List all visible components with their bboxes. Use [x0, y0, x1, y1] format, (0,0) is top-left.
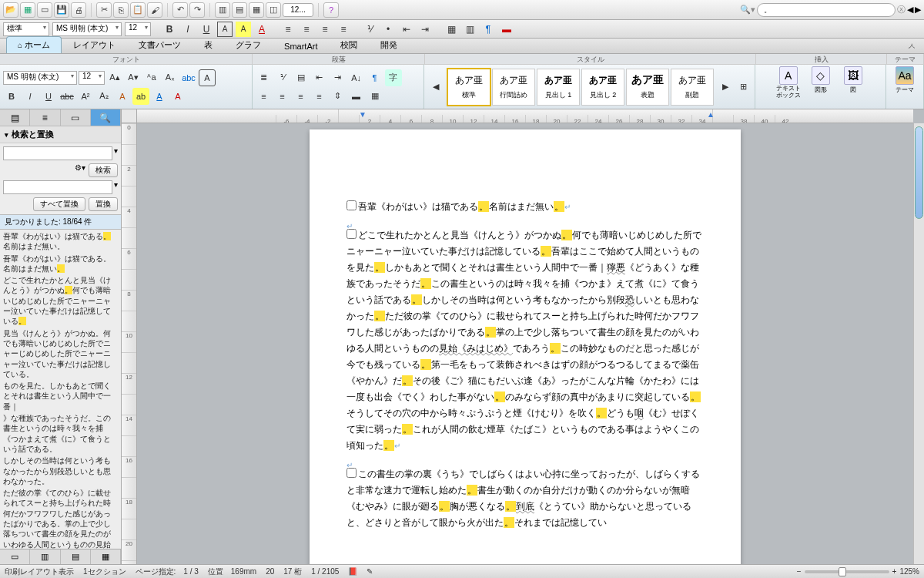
sort-icon[interactable]: A↓: [348, 69, 365, 86]
status-lang-icon[interactable]: 📕: [348, 567, 357, 576]
vertical-scrollbar[interactable]: [913, 123, 924, 564]
borders2-icon[interactable]: ▦: [367, 88, 383, 105]
find-replace-title[interactable]: 検索と置換: [0, 126, 121, 143]
styles-more-icon[interactable]: ⊞: [735, 79, 752, 96]
style-h2[interactable]: あア亜見出し 2: [581, 69, 624, 106]
side-view3-icon[interactable]: ▤: [61, 549, 91, 564]
insert-shape[interactable]: ◇図形: [805, 66, 836, 107]
underline-button[interactable]: U: [199, 22, 214, 37]
align-center-icon[interactable]: ≡: [299, 22, 314, 37]
next-icon[interactable]: ▶: [915, 5, 921, 15]
align-left-icon[interactable]: ≡: [280, 22, 296, 37]
font-dropdown[interactable]: MS 明朝 (本文): [52, 22, 122, 36]
char-box-icon[interactable]: A: [199, 69, 216, 86]
indent2-icon[interactable]: ⇥: [330, 69, 346, 86]
paste-icon[interactable]: 📋: [130, 2, 146, 18]
checkbox-p3[interactable]: [346, 468, 357, 478]
clear-format-icon[interactable]: Aₓ: [162, 69, 179, 86]
tab-home[interactable]: ⌂ホーム: [6, 36, 62, 53]
highlight2-icon[interactable]: ab: [132, 88, 149, 105]
style-dropdown[interactable]: 標準: [3, 22, 49, 36]
outdent-icon[interactable]: ⇤: [399, 22, 414, 37]
styles-next-icon[interactable]: ▶: [717, 79, 734, 96]
strike-icon[interactable]: abc: [59, 88, 75, 105]
font-color-button[interactable]: A: [254, 22, 270, 37]
shading2-icon[interactable]: ▬: [348, 88, 365, 105]
insert-textbox[interactable]: Aテキスト ボックス: [773, 66, 804, 107]
line-spacing-icon[interactable]: ⇕: [330, 88, 346, 105]
size-dropdown[interactable]: 12: [125, 22, 151, 36]
bold-icon[interactable]: B: [3, 88, 20, 105]
vertical-ruler[interactable]: 02468101214161820: [122, 123, 137, 564]
bullets-icon[interactable]: •: [380, 22, 396, 37]
view3-icon[interactable]: ▦: [249, 2, 264, 18]
checkbox-p2[interactable]: [346, 229, 357, 239]
borders-icon[interactable]: ▦: [444, 22, 459, 37]
save-icon[interactable]: 💾: [54, 2, 69, 18]
italic-button[interactable]: I: [180, 22, 196, 37]
theme-button[interactable]: Aaテーマ: [889, 66, 920, 107]
cut-icon[interactable]: ✂: [96, 2, 112, 18]
side-view2-icon[interactable]: ▥: [30, 549, 60, 564]
italic-icon[interactable]: I: [22, 88, 38, 105]
subscript-icon[interactable]: A₂: [95, 88, 112, 105]
align-c-icon[interactable]: ≡: [274, 88, 291, 105]
ruby-icon[interactable]: ᴬa: [143, 69, 160, 86]
tab-parts[interactable]: 文書パーツ: [127, 36, 192, 53]
redo-icon[interactable]: ↷: [189, 2, 205, 18]
global-search-input[interactable]: [757, 3, 896, 17]
text-direction-icon[interactable]: 字: [385, 69, 402, 86]
char-border-button[interactable]: A: [217, 22, 233, 37]
phonetic-icon[interactable]: abc: [180, 69, 197, 86]
side-tab-outline[interactable]: ≡: [30, 109, 60, 126]
style-nospacing[interactable]: あア亜行間詰め: [492, 69, 535, 106]
ribbon-font-dropdown[interactable]: MS 明朝 (本文): [3, 71, 77, 85]
replace-button[interactable]: 置換: [89, 197, 118, 211]
help-icon[interactable]: ?: [323, 2, 339, 18]
styles-prev-icon[interactable]: ◀: [427, 79, 444, 96]
highlight-button[interactable]: A: [236, 22, 251, 37]
view2-icon[interactable]: ▤: [232, 2, 247, 18]
find-input[interactable]: [3, 146, 112, 160]
zoom-slider[interactable]: − + 125%: [797, 567, 919, 576]
checkbox-p1[interactable]: [346, 200, 357, 210]
numbering-icon[interactable]: ⅟: [362, 22, 377, 37]
numbering2-icon[interactable]: ⅟: [274, 69, 291, 86]
prev-icon[interactable]: ◀: [907, 5, 913, 15]
align-r-icon[interactable]: ≡: [293, 88, 310, 105]
align-l-icon[interactable]: ≡: [256, 88, 273, 105]
document-scroll[interactable]: 吾輩《わがはい》は猫である。名前はまだ無い。↵ ↵ どこで生れたかとんと見当《け…: [137, 123, 913, 564]
bullets2-icon[interactable]: ≣: [256, 69, 273, 86]
picture-icon[interactable]: ▦: [20, 2, 35, 18]
open-icon[interactable]: 📂: [3, 2, 18, 18]
replace-dropdown-icon[interactable]: ▾: [114, 180, 118, 194]
columns-icon[interactable]: ▥: [462, 22, 477, 37]
tab-layout[interactable]: レイアウト: [62, 36, 127, 53]
view1-icon[interactable]: ▥: [215, 2, 230, 18]
align-justify-icon[interactable]: ≡: [336, 22, 351, 37]
new-icon[interactable]: ▭: [37, 2, 52, 18]
underline-icon[interactable]: U: [40, 88, 57, 105]
indent-icon[interactable]: ⇥: [417, 22, 433, 37]
side-view1-icon[interactable]: ▭: [0, 549, 30, 564]
status-words[interactable]: 1 / 2105: [311, 567, 339, 576]
style-h1[interactable]: あア亜見出し 1: [537, 69, 580, 106]
align-right-icon[interactable]: ≡: [317, 22, 333, 37]
increase-font-icon[interactable]: A▴: [106, 69, 123, 86]
decrease-font-icon[interactable]: A▾: [125, 69, 142, 86]
side-tab-find[interactable]: 🔍: [91, 109, 121, 126]
zoom-input[interactable]: [283, 3, 313, 17]
side-tab-thumbnail[interactable]: ▤: [0, 109, 30, 126]
side-tab-review[interactable]: ▭: [61, 109, 91, 126]
replace-all-button[interactable]: すべて置換: [33, 197, 85, 211]
tab-dev[interactable]: 開発: [369, 36, 409, 53]
find-settings-icon[interactable]: ⚙▾: [75, 163, 85, 177]
superscript-icon[interactable]: A²: [77, 88, 94, 105]
tab-review[interactable]: 校閲: [329, 36, 369, 53]
format-painter-icon[interactable]: 🖌: [147, 2, 162, 18]
style-title[interactable]: あア亜表題: [626, 69, 669, 106]
text-effects-icon[interactable]: A: [114, 88, 131, 105]
copy-icon[interactable]: ⎘: [113, 2, 129, 18]
style-subtitle[interactable]: あア亜副題: [671, 69, 714, 106]
search-button[interactable]: 検索: [89, 163, 118, 177]
